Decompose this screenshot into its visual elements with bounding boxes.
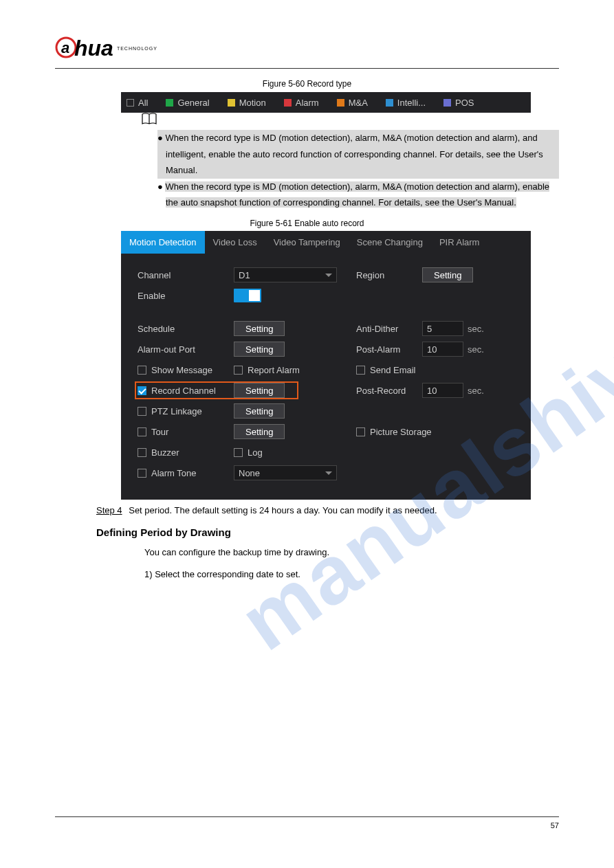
- figure1-label: Figure 5-60 Record type: [55, 79, 559, 89]
- alarm-tone-checkbox[interactable]: [138, 469, 146, 478]
- section-title: Defining Period by Drawing: [96, 526, 559, 538]
- alarm-out-setting-button[interactable]: Setting: [234, 342, 285, 357]
- orange-square-icon: [337, 99, 344, 107]
- region-setting-button[interactable]: Setting: [422, 267, 473, 282]
- event-general[interactable]: General: [166, 98, 209, 108]
- logo-rest: hua: [74, 36, 113, 61]
- brand-logo: a hua TECHNOLOGY: [55, 36, 559, 61]
- show-message-checkbox[interactable]: [138, 366, 146, 375]
- event-all[interactable]: All: [127, 98, 148, 108]
- channel-label: Channel: [138, 270, 234, 280]
- logo-tagline: TECHNOLOGY: [117, 46, 157, 51]
- enable-label: Enable: [138, 291, 234, 301]
- section-list-1: 1) Select the corresponding date to set.: [144, 567, 559, 582]
- header: a hua TECHNOLOGY: [55, 36, 559, 69]
- event-ma[interactable]: M&A: [337, 98, 368, 108]
- event-motion[interactable]: Motion: [228, 98, 266, 108]
- toggle-knob: [249, 290, 260, 301]
- send-email-label: Send Email: [370, 365, 415, 375]
- step-4-label: Step 4: [96, 505, 122, 515]
- log-checkbox[interactable]: [234, 448, 243, 457]
- sec-label: sec.: [468, 324, 484, 334]
- log-label: Log: [248, 447, 263, 458]
- sec-label: sec.: [468, 386, 484, 396]
- enable-toggle[interactable]: [234, 289, 261, 302]
- form-body: Channel D1 Region Setting Enable Schedul…: [121, 254, 531, 500]
- tab-motion-detection[interactable]: Motion Detection: [121, 231, 205, 254]
- figure2-label: Figure 5-61 Enable auto record: [55, 219, 559, 228]
- tab-video-tampering[interactable]: Video Tampering: [265, 231, 349, 254]
- event-type-bar: All General Motion Alarm M&A Intelli... …: [121, 92, 531, 113]
- ptz-linkage-setting-button[interactable]: Setting: [234, 403, 285, 419]
- picture-storage-label: Picture Storage: [370, 427, 432, 437]
- footer: 57: [55, 816, 559, 830]
- buzzer-checkbox[interactable]: [138, 448, 146, 457]
- alarm-out-label: Alarm-out Port: [138, 344, 234, 355]
- tour-setting-button[interactable]: Setting: [234, 424, 285, 439]
- step-4: Step 4 Set period. The default setting i…: [96, 505, 559, 515]
- anti-dither-label: Anti-Dither: [356, 324, 422, 334]
- send-email-checkbox[interactable]: [356, 366, 365, 375]
- post-record-input[interactable]: [422, 383, 463, 398]
- schedule-label: Schedule: [138, 324, 234, 334]
- step-4-text: Set period. The default setting is 24 ho…: [129, 505, 437, 515]
- alarm-tone-label: Alarm Tone: [151, 468, 197, 478]
- event-alarm[interactable]: Alarm: [284, 98, 319, 108]
- schedule-setting-button[interactable]: Setting: [234, 321, 285, 336]
- anti-dither-input[interactable]: [422, 321, 463, 336]
- post-alarm-input[interactable]: [422, 342, 463, 357]
- ptz-linkage-label: PTZ Linkage: [151, 406, 202, 416]
- sec-label: sec.: [468, 344, 484, 355]
- buzzer-label: Buzzer: [151, 447, 179, 458]
- event-intelli[interactable]: Intelli...: [386, 98, 426, 108]
- page-number: 57: [551, 821, 559, 830]
- svg-text:a: a: [61, 39, 69, 56]
- region-label: Region: [356, 270, 422, 280]
- ptz-linkage-checkbox[interactable]: [138, 407, 146, 416]
- square-outline-icon: [127, 99, 134, 107]
- tour-checkbox[interactable]: [138, 427, 146, 436]
- highlight-box: [135, 381, 298, 399]
- purple-square-icon: [443, 99, 451, 107]
- section-intro: You can configure the backup time by dra…: [144, 545, 559, 560]
- tab-video-loss[interactable]: Video Loss: [205, 231, 265, 254]
- book-icon: [141, 113, 157, 130]
- picture-storage-checkbox[interactable]: [356, 427, 365, 436]
- event-pos[interactable]: POS: [443, 98, 474, 108]
- post-alarm-label: Post-Alarm: [356, 344, 422, 355]
- tour-label: Tour: [151, 427, 168, 437]
- report-alarm-label: Report Alarm: [248, 365, 300, 375]
- alarm-tone-select[interactable]: None: [234, 465, 337, 480]
- tab-scene-changing[interactable]: Scene Changing: [349, 231, 431, 254]
- green-square-icon: [166, 99, 173, 107]
- note-item-2: ● When the record type is MD (motion det…: [157, 179, 559, 211]
- post-record-label: Post-Record: [356, 386, 422, 396]
- chevron-down-icon: [325, 274, 332, 277]
- tab-pir-alarm[interactable]: PIR Alarm: [431, 231, 488, 254]
- report-alarm-checkbox[interactable]: [234, 366, 243, 375]
- red-square-icon: [284, 99, 292, 107]
- note-item-1: ● When the record type is MD (motion det…: [157, 130, 559, 178]
- chevron-down-icon: [325, 471, 332, 475]
- motion-detection-panel: Motion Detection Video Loss Video Tamper…: [121, 231, 531, 500]
- blue-square-icon: [386, 99, 393, 107]
- channel-select[interactable]: D1: [234, 267, 337, 282]
- yellow-square-icon: [228, 99, 235, 107]
- note-block: ● When the record type is MD (motion det…: [141, 113, 559, 210]
- show-message-label: Show Message: [151, 365, 212, 375]
- tabs: Motion Detection Video Loss Video Tamper…: [121, 231, 531, 254]
